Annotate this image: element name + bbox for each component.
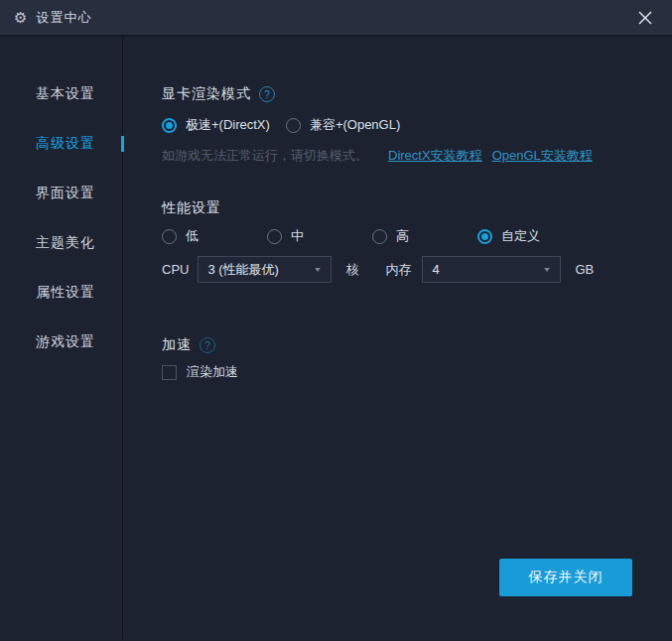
graphics-section-title: 显卡渲染模式 bbox=[162, 85, 251, 103]
window-title: 设置中心 bbox=[36, 9, 91, 27]
cpu-memory-row: CPU 3 (性能最优) ▼ 核 内存 4 ▼ GB bbox=[162, 256, 672, 283]
sidebar-item-basic[interactable]: 基本设置 bbox=[0, 69, 122, 119]
radio-label: 低 bbox=[186, 227, 199, 245]
main-content: 显卡渲染模式 ? 极速+(DirectX) 兼容+(OpenGL) 如游戏无法正… bbox=[123, 37, 672, 639]
radio-medium[interactable]: 中 bbox=[267, 227, 372, 245]
radio-icon bbox=[162, 229, 177, 244]
radio-label: 中 bbox=[291, 227, 304, 245]
sidebar-item-theme[interactable]: 主题美化 bbox=[0, 218, 122, 268]
radio-label: 自定义 bbox=[501, 227, 540, 245]
render-acceleration-checkbox[interactable] bbox=[162, 365, 177, 380]
radio-icon bbox=[477, 229, 492, 244]
window-body: 基本设置 高级设置 界面设置 主题美化 属性设置 游戏设置 bbox=[0, 37, 672, 639]
sidebar: 基本设置 高级设置 界面设置 主题美化 属性设置 游戏设置 bbox=[0, 37, 123, 639]
radio-label: 高 bbox=[396, 227, 409, 245]
radio-directx[interactable]: 极速+(DirectX) bbox=[162, 116, 270, 134]
render-acceleration-row: 渲染加速 bbox=[162, 363, 672, 381]
radio-custom[interactable]: 自定义 bbox=[477, 227, 540, 245]
performance-radio-row: 低 中 高 自定义 bbox=[162, 227, 672, 245]
acceleration-section-title: 加速 bbox=[162, 336, 192, 354]
directx-tutorial-link[interactable]: DirectX安装教程 bbox=[388, 147, 482, 165]
graphics-help-icon[interactable]: ? bbox=[259, 86, 275, 102]
memory-select-value: 4 bbox=[432, 262, 439, 277]
cpu-select[interactable]: 3 (性能最优) ▼ bbox=[198, 256, 332, 283]
sidebar-item-label: 属性设置 bbox=[36, 284, 95, 302]
radio-icon bbox=[162, 118, 177, 133]
performance-section-header: 性能设置 bbox=[162, 198, 672, 218]
close-button[interactable] bbox=[632, 5, 658, 31]
opengl-tutorial-link[interactable]: OpenGL安装教程 bbox=[492, 147, 593, 165]
graphics-radio-row: 极速+(DirectX) 兼容+(OpenGL) bbox=[162, 116, 672, 134]
sidebar-item-label: 游戏设置 bbox=[36, 333, 95, 351]
save-and-close-button[interactable]: 保存并关闭 bbox=[499, 559, 632, 596]
titlebar: ⚙ 设置中心 bbox=[0, 0, 672, 37]
memory-label: 内存 bbox=[385, 261, 411, 279]
chevron-down-icon: ▼ bbox=[314, 266, 323, 274]
sidebar-item-interface[interactable]: 界面设置 bbox=[0, 169, 122, 218]
graphics-section-header: 显卡渲染模式 ? bbox=[162, 84, 672, 104]
radio-low[interactable]: 低 bbox=[162, 227, 267, 245]
sidebar-item-label: 主题美化 bbox=[36, 234, 95, 252]
radio-high[interactable]: 高 bbox=[372, 227, 477, 245]
sidebar-item-properties[interactable]: 属性设置 bbox=[0, 268, 122, 318]
acceleration-help-icon[interactable]: ? bbox=[200, 337, 215, 353]
acceleration-section-header: 加速 ? bbox=[162, 335, 672, 355]
close-icon bbox=[638, 11, 652, 25]
sidebar-item-game[interactable]: 游戏设置 bbox=[0, 318, 122, 367]
radio-icon bbox=[372, 229, 387, 244]
memory-select[interactable]: 4 ▼ bbox=[422, 256, 561, 283]
settings-window: ⚙ 设置中心 基本设置 高级设置 界面设置 主题美化 bbox=[0, 0, 672, 641]
radio-label: 兼容+(OpenGL) bbox=[310, 116, 400, 134]
radio-label: 极速+(DirectX) bbox=[186, 116, 270, 134]
performance-section-title: 性能设置 bbox=[162, 199, 221, 217]
render-acceleration-label: 渲染加速 bbox=[187, 363, 238, 381]
sidebar-item-advanced[interactable]: 高级设置 bbox=[0, 119, 122, 169]
radio-opengl[interactable]: 兼容+(OpenGL) bbox=[286, 116, 400, 134]
graphics-hint-row: 如游戏无法正常运行，请切换模式。 DirectX安装教程 OpenGL安装教程 bbox=[162, 147, 672, 165]
sidebar-item-label: 基本设置 bbox=[36, 85, 95, 103]
radio-icon bbox=[286, 118, 301, 133]
memory-unit-label: GB bbox=[575, 262, 594, 277]
cpu-unit-label: 核 bbox=[345, 261, 358, 279]
sidebar-item-label: 高级设置 bbox=[36, 135, 95, 153]
gear-icon: ⚙ bbox=[14, 10, 27, 25]
cpu-select-value: 3 (性能最优) bbox=[207, 261, 279, 279]
cpu-label: CPU bbox=[162, 262, 189, 277]
graphics-hint-text: 如游戏无法正常运行，请切换模式。 bbox=[162, 147, 368, 165]
sidebar-item-label: 界面设置 bbox=[36, 185, 95, 202]
chevron-down-icon: ▼ bbox=[543, 266, 552, 274]
radio-icon bbox=[267, 229, 282, 244]
